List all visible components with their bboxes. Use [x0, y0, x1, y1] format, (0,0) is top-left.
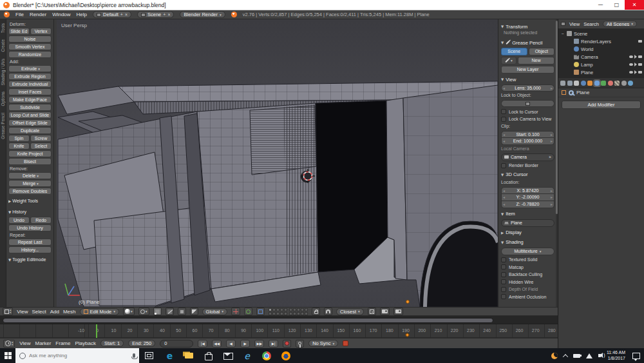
timeline-menu-item[interactable]: Frame — [55, 340, 70, 346]
timeline-menu-item[interactable]: Playback — [75, 340, 95, 346]
tool-button[interactable]: Noise — [8, 35, 52, 43]
physics-tab-icon[interactable] — [628, 81, 633, 86]
shading-mode-dropdown[interactable]: Multitexture▾ — [501, 248, 554, 255]
remove-layout-button[interactable]: × — [125, 12, 128, 17]
render-engine-selector[interactable]: Blender Render▾ — [180, 11, 225, 18]
tool-shelf-tab[interactable]: Create — [0, 37, 6, 55]
playback-button[interactable]: ▶| — [269, 340, 278, 348]
tool-button[interactable]: Extrude Individual — [8, 81, 52, 88]
tool-button[interactable]: Select — [30, 142, 52, 150]
render-layers-tab-icon[interactable] — [567, 81, 573, 86]
tool-button[interactable]: Vertex — [30, 28, 52, 35]
modifiers-tab-icon[interactable] — [594, 81, 600, 86]
viewport-canvas[interactable]: User Persp (0) Plane — [57, 19, 498, 307]
outliner-editor-icon[interactable] — [561, 22, 565, 26]
timeline-menu-item[interactable]: Marker — [35, 340, 51, 346]
menu-item[interactable]: File — [15, 12, 24, 17]
view-section-header[interactable]: ▼View — [501, 75, 554, 83]
edge-icon[interactable] — [164, 350, 175, 361]
shading-option-checkbox[interactable]: Ambient Occlusion — [501, 293, 554, 300]
gp-object-button[interactable]: Object — [529, 48, 555, 55]
tool-shelf-tab[interactable]: Options — [0, 89, 6, 108]
menu-item[interactable]: Render — [30, 12, 46, 17]
mail-icon[interactable] — [222, 350, 233, 361]
remove-scene-button[interactable]: × — [167, 12, 170, 17]
gp-scene-button[interactable]: Scene — [501, 48, 527, 55]
expander-icon[interactable]: − — [560, 32, 565, 36]
tool-button[interactable]: Bisect — [8, 158, 52, 165]
lens-field[interactable]: Lens: 35.000 — [501, 84, 554, 92]
timeline-menu-item[interactable]: View — [19, 340, 30, 346]
sync-mode-dropdown[interactable]: No Sync▾ — [308, 340, 338, 347]
outliner-row[interactable]: Lamp — [558, 61, 644, 68]
render-border-checkbox[interactable]: Render Border — [501, 162, 554, 169]
cursor-y-field[interactable]: Y: -2.00090 — [501, 194, 554, 201]
playback-button[interactable]: |◀ — [198, 340, 207, 348]
clip-end-field[interactable]: End: 1000.000 — [501, 138, 554, 145]
grease-pencil-section-header[interactable]: ▼Grease Pencil — [501, 39, 554, 46]
volume-icon[interactable] — [598, 354, 601, 357]
face-select-button[interactable] — [178, 308, 186, 315]
editor-type-button[interactable]: ▴▾ — [3, 308, 13, 315]
tool-button[interactable]: Make Edge/Face — [8, 96, 52, 103]
tool-button[interactable]: Loop Cut and Slide — [8, 112, 52, 119]
tool-button[interactable]: Knife Project — [8, 150, 52, 157]
gp-new-button[interactable]: New — [518, 57, 554, 64]
scene-tab-icon[interactable] — [574, 81, 579, 86]
cursor-z-field[interactable]: Z: -0.78820 — [501, 201, 554, 208]
layers-widget[interactable] — [269, 308, 308, 315]
record-button[interactable] — [283, 340, 291, 348]
tool-shelf-tab[interactable]: Tools — [0, 21, 6, 35]
tool-button[interactable]: Redo — [30, 217, 52, 224]
tool-button[interactable]: ▶Weight Tools — [8, 198, 52, 205]
snap-element-dropdown[interactable]: Closest▾ — [336, 308, 364, 315]
tool-button[interactable]: Offset Edge Slide — [8, 119, 52, 126]
tool-button[interactable]: Subdivide — [8, 104, 52, 111]
tool-button[interactable]: History... — [8, 246, 52, 253]
tool-button[interactable]: Merge▾ — [8, 180, 52, 187]
restrict-toggles[interactable] — [638, 40, 642, 43]
timeline-editor-button[interactable]: ▴▾ — [3, 340, 15, 348]
lock-object-field[interactable] — [501, 100, 554, 107]
restrict-toggles[interactable] — [629, 70, 642, 74]
outliner-menu-item[interactable]: Search — [583, 21, 599, 27]
playback-button[interactable]: ◀◀ — [212, 340, 222, 348]
tray-app-icon[interactable] — [551, 353, 558, 359]
world-tab-icon[interactable] — [581, 81, 586, 86]
outliner-row[interactable]: Plane — [558, 68, 644, 76]
vertex-select-button[interactable] — [153, 308, 162, 315]
shading-option-checkbox[interactable]: Backface Culling — [501, 271, 554, 278]
tool-button[interactable]: ▼History — [8, 209, 52, 216]
maximize-button[interactable]: □ — [609, 0, 625, 10]
shading-option-checkbox[interactable]: Depth Of Field — [501, 286, 554, 293]
outliner-row[interactable]: Camera — [558, 53, 644, 61]
texture-tab-icon[interactable] — [614, 81, 620, 86]
firefox-icon[interactable] — [280, 350, 291, 361]
outliner-display-filter[interactable]: All Scenes▾ — [603, 21, 637, 27]
shading-option-checkbox[interactable]: Hidden Wire — [501, 279, 554, 285]
tool-button[interactable]: Remove Doubles — [8, 188, 52, 195]
frame-end-field[interactable]: End: 250 — [128, 340, 155, 347]
pivot-center-button[interactable]: ▾ — [138, 308, 149, 315]
snap-toggle-button[interactable] — [324, 308, 332, 315]
tool-button[interactable]: Repeat Last — [8, 239, 52, 246]
tool-button[interactable]: Knife — [8, 142, 30, 150]
item-name-field[interactable]: Plane — [501, 219, 554, 227]
display-section-header[interactable]: ▶Display — [501, 229, 554, 237]
tool-button[interactable]: Undo History — [8, 224, 52, 231]
internet-explorer-icon[interactable] — [242, 350, 252, 361]
shading-section-header[interactable]: ▼Shading — [501, 239, 554, 246]
frame-start-field[interactable]: Start: 1 — [100, 340, 124, 347]
file-explorer-icon[interactable] — [184, 350, 194, 361]
current-frame-field[interactable]: 0 — [160, 340, 193, 348]
view3d-menu-item[interactable]: Add — [50, 309, 59, 315]
tool-button[interactable]: Smooth Vertex — [8, 43, 52, 50]
view3d-menu-item[interactable]: Select — [32, 309, 46, 315]
network-icon[interactable] — [586, 353, 592, 358]
outliner-row[interactable]: World — [558, 45, 644, 53]
timeline-scrollbar-thumb[interactable] — [3, 318, 493, 323]
tool-button[interactable]: Slide Ed — [8, 28, 30, 35]
view3d-menu-item[interactable]: View — [17, 309, 28, 315]
gp-draw-tool-button[interactable]: ▾ — [501, 57, 516, 64]
outliner-row[interactable]: − Scene — [558, 30, 644, 37]
